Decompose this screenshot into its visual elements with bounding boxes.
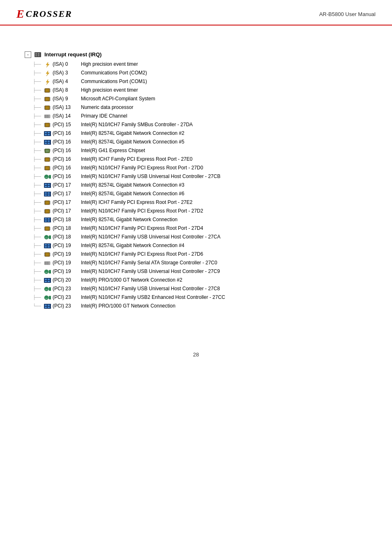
network-icon	[44, 191, 51, 197]
network-icon	[44, 217, 51, 223]
tree-connector: ├──	[33, 250, 42, 258]
svg-rect-1	[35, 53, 37, 55]
usb-device-icon: ↔	[44, 234, 51, 240]
company-logo: E CROSSER	[16, 7, 72, 21]
tree-connector: ├──	[33, 199, 42, 206]
list-item: ├── ↔ (PCI) 23Intel(R) N10/ICH7 Family U…	[33, 293, 367, 302]
chip-device-icon	[44, 165, 51, 171]
network-icon	[44, 303, 51, 310]
usb-device-icon: ↔	[44, 286, 51, 292]
svg-rect-154	[48, 279, 50, 280]
item-device-label: Intel(R) ICH7 Family PCI Express Root Po…	[81, 155, 192, 164]
list-item: ├── (PCI) 18Intel(R) N10/ICH7 Family PCI…	[33, 224, 367, 233]
tree-connector: ├──	[33, 138, 42, 146]
network-icon	[44, 243, 51, 249]
ide-icon	[44, 260, 51, 266]
svg-rect-45	[44, 131, 51, 136]
svg-rect-109	[44, 217, 51, 222]
svg-rect-2	[38, 53, 39, 55]
usb-device-icon: ↔	[44, 268, 51, 275]
item-bus-label: (PCI) 16	[53, 172, 79, 181]
list-item: ├── (ISA) 8High precision event timer	[33, 86, 367, 95]
network-icon	[44, 182, 51, 189]
svg-rect-38	[46, 124, 49, 126]
tree-root[interactable]: - Interrupt request (IRQ)	[25, 50, 367, 59]
tree-connector: ├──	[33, 224, 42, 232]
chip-device-icon	[44, 122, 51, 128]
tree-connector: ├──	[33, 259, 42, 267]
item-bus-label: (ISA) 3	[53, 69, 79, 77]
item-device-label: Intel(R) ICH7 Family PCI Express Root Po…	[81, 198, 192, 207]
list-item: ├── ↔ (PCI) 18Intel(R) N10/ICH7 Family U…	[33, 233, 367, 241]
svg-rect-88	[44, 192, 51, 197]
svg-rect-48	[45, 134, 47, 135]
tree-connector: ├──	[33, 86, 42, 94]
svg-rect-132	[48, 246, 50, 247]
tree-connector: ├──	[33, 268, 42, 275]
svg-rect-0	[35, 52, 41, 57]
bolt-device-icon	[44, 79, 51, 85]
svg-text:↔: ↔	[46, 175, 48, 179]
net-device-icon	[44, 130, 51, 137]
item-bus-label: (PCI) 18	[53, 215, 79, 224]
svg-text:↔: ↔	[46, 270, 48, 274]
svg-rect-51	[45, 141, 47, 142]
svg-rect-128	[44, 243, 51, 248]
item-bus-label: (ISA) 14	[53, 112, 79, 120]
list-item: ├── (PCI) 17Intel(R) N10/ICH7 Family PCI…	[33, 207, 367, 215]
chip-device-icon	[44, 104, 51, 111]
logo-e: E	[16, 7, 24, 21]
svg-rect-3	[35, 55, 37, 56]
tree-connector: ├──	[33, 173, 42, 180]
svg-rect-54	[48, 143, 50, 144]
item-device-label: Intel(R) N10/ICH7 Family USB Universal H…	[81, 233, 220, 241]
item-device-label: Intel(R) 82574L Gigabit Network Connecti…	[81, 129, 184, 138]
svg-rect-94	[46, 201, 49, 204]
item-device-label: Intel(R) G41 Express Chipset	[81, 146, 145, 155]
chip2-icon	[44, 148, 51, 154]
chip2-device-icon	[44, 148, 51, 154]
list-item: ├── (PCI) 17Intel(R) 82574L Gigabit Netw…	[33, 181, 367, 190]
chip-icon	[44, 225, 51, 232]
tree-connector: ├──	[33, 233, 42, 241]
svg-rect-155	[45, 281, 47, 282]
list-item: ├── (PCI) 15Intel(R) N10/ICH7 Family SMB…	[33, 120, 367, 129]
tree-connector: ├──	[33, 104, 42, 111]
page-number: 28	[0, 352, 392, 358]
item-bus-label: (ISA) 8	[53, 86, 79, 95]
chip-device-icon	[44, 96, 51, 102]
item-bus-label: (PCI) 19	[53, 250, 79, 259]
tree-connector: ├──	[33, 112, 42, 120]
svg-marker-7	[46, 79, 49, 85]
svg-rect-110	[45, 218, 47, 220]
svg-rect-172	[45, 307, 47, 308]
chip-device-icon	[44, 199, 51, 206]
tree-connector: ├──	[33, 190, 42, 198]
list-item: ├── (PCI) 16Intel(R) 82574L Gigabit Netw…	[33, 138, 367, 146]
list-item: ├── (ISA) 0High precision event timer	[33, 60, 367, 69]
item-device-label: Intel(R) 82574L Gigabit Network Connecti…	[81, 241, 184, 250]
net-device-icon	[44, 182, 51, 189]
expand-icon[interactable]: -	[25, 51, 31, 58]
list-item: ├── (PCI) 18Intel(R) 82574L Gigabit Netw…	[33, 215, 367, 224]
list-item: ├── (ISA) 14Primary IDE Channel	[33, 112, 367, 120]
svg-marker-6	[46, 71, 49, 76]
item-device-label: Intel(R) PRO/1000 GT Network Connection	[81, 302, 175, 310]
list-item: ├── ↔ (PCI) 16Intel(R) N10/ICH7 Family U…	[33, 172, 367, 181]
item-bus-label: (PCI) 16	[53, 155, 79, 164]
item-bus-label: (ISA) 0	[53, 60, 79, 69]
svg-rect-129	[45, 244, 47, 245]
chip-icon	[44, 199, 51, 206]
item-bus-label: (PCI) 17	[53, 181, 79, 190]
chip-icon	[44, 87, 51, 94]
device-tree: - Interrupt request (IRQ) ├── (ISA) 0Hig…	[25, 50, 367, 310]
net-device-icon	[44, 303, 51, 310]
tree-connector: ├──	[33, 216, 42, 224]
svg-rect-46	[45, 132, 47, 133]
tree-items-container: ├── (ISA) 0High precision event timer├──…	[33, 60, 367, 310]
svg-rect-50	[44, 140, 51, 145]
item-device-label: Intel(R) N10/ICH7 Family USB2 Enhanced H…	[81, 293, 225, 302]
svg-rect-142	[45, 262, 46, 264]
tree-connector: ├──	[33, 60, 42, 68]
chip-device-icon	[44, 208, 51, 215]
